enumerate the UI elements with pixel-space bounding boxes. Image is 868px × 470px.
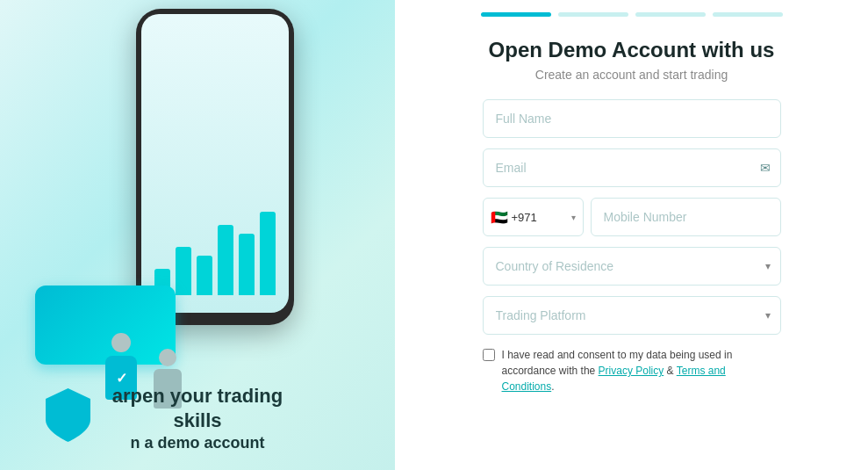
step-bar-2: [558, 12, 628, 17]
trading-platform-wrapper: Trading Platform MT4 MT5 ▾: [483, 296, 781, 335]
country-code-text: +971: [512, 211, 537, 224]
bar-6: [260, 212, 276, 295]
mobile-number-input[interactable]: [591, 198, 781, 236]
bar-2: [176, 247, 191, 295]
chevron-down-icon: ▾: [571, 213, 576, 222]
consent-row: I have read and consent to my data being…: [483, 347, 781, 394]
bar-3: [197, 256, 212, 295]
consent-checkbox[interactable]: [483, 349, 495, 361]
phone-body: [136, 9, 294, 325]
progress-steps: [421, 12, 842, 17]
phone-illustration: [127, 0, 303, 334]
email-icon: ✉: [760, 161, 771, 175]
step-bar-3: [635, 12, 706, 17]
email-wrapper: ✉: [483, 148, 781, 187]
right-panel: Open Demo Account with us Create an acco…: [395, 0, 868, 470]
left-text: arpen your trading skills n a demo accou…: [0, 384, 395, 452]
form-subtitle: Create an account and start trading: [535, 68, 728, 82]
bar-5: [239, 234, 255, 295]
bar-4: [218, 225, 233, 295]
flag-emoji: 🇦🇪: [491, 209, 508, 226]
left-panel: ✓ arpen your trading skills n a demo acc…: [0, 0, 395, 470]
privacy-policy-link[interactable]: Privacy Policy: [599, 365, 664, 377]
country-residence-wrapper: Country of Residence United Arab Emirate…: [483, 247, 781, 286]
chart: [154, 190, 276, 295]
phone-screen: [141, 14, 289, 313]
form-container: ✉ 🇦🇪 +971 ▾ Country of Residence United …: [483, 99, 781, 394]
left-heading-line1: arpen your trading: [0, 384, 395, 409]
phone-row: 🇦🇪 +971 ▾: [483, 198, 781, 236]
flag-code: 🇦🇪 +971: [491, 209, 537, 226]
person-head-2: [159, 349, 176, 366]
person-head: [111, 333, 131, 352]
consent-end: .: [551, 380, 554, 393]
consent-ampersand: &: [664, 365, 676, 377]
full-name-input[interactable]: [483, 99, 781, 138]
step-bar-4: [713, 12, 783, 17]
form-title: Open Demo Account with us: [489, 38, 775, 62]
trading-platform-select[interactable]: Trading Platform MT4 MT5: [483, 296, 781, 335]
step-bar-1: [481, 12, 551, 17]
country-residence-select[interactable]: Country of Residence United Arab Emirate…: [483, 247, 781, 286]
country-code-dropdown[interactable]: 🇦🇪 +971 ▾: [483, 198, 584, 236]
consent-text: I have read and consent to my data being…: [502, 347, 781, 394]
left-heading-line3: n a demo account: [0, 434, 395, 452]
left-heading-line2: skills: [0, 409, 395, 434]
email-input[interactable]: [483, 148, 781, 187]
